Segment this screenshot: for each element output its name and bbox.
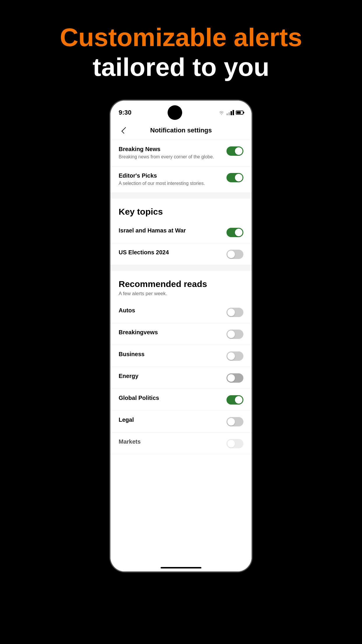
hero-section: Customizable alerts tailored to you xyxy=(48,0,314,100)
markets-label: Markets xyxy=(119,438,222,445)
business-toggle[interactable] xyxy=(226,351,243,361)
editors-picks-desc: A selection of our most interesting stor… xyxy=(119,180,222,187)
markets-toggle[interactable] xyxy=(226,439,243,448)
key-topics-header: Key topics xyxy=(110,199,252,221)
legal-toggle[interactable] xyxy=(226,417,243,426)
business-label: Business xyxy=(119,351,222,358)
settings-content: Breaking News Breaking news from every c… xyxy=(110,140,252,572)
us-elections-toggle[interactable] xyxy=(226,250,243,259)
global-politics-item: Global Politics xyxy=(110,389,252,411)
editors-picks-item: Editor's Picks A selection of our most i… xyxy=(110,167,252,193)
status-bar: 9:30 xyxy=(110,101,252,122)
us-elections-item: US Elections 2024 xyxy=(110,243,252,265)
breakingviews-toggle[interactable] xyxy=(226,330,243,339)
toggle-knob xyxy=(227,440,235,447)
toggle-knob xyxy=(227,251,235,258)
editors-picks-label: Editor's Picks xyxy=(119,172,222,179)
phone-frame: 9:30 xyxy=(110,100,252,572)
recommended-header: Recommended reads A few alerts per week. xyxy=(110,271,252,301)
toggle-knob xyxy=(235,147,242,155)
autos-label: Autos xyxy=(119,307,222,314)
israel-hamas-toggle[interactable] xyxy=(226,228,243,237)
toggle-knob xyxy=(235,174,242,181)
energy-toggle[interactable] xyxy=(226,373,243,383)
wifi-icon xyxy=(218,110,225,115)
israel-hamas-label: Israel and Hamas at War xyxy=(119,227,222,234)
breakingviews-item: Breakingvews xyxy=(110,323,252,345)
israel-hamas-item: Israel and Hamas at War xyxy=(110,221,252,243)
toggle-knob xyxy=(227,374,235,382)
hero-title-white: tailored to you xyxy=(93,52,269,83)
global-politics-toggle[interactable] xyxy=(226,395,243,405)
breaking-news-toggle[interactable] xyxy=(226,146,243,156)
toggle-knob xyxy=(235,229,242,236)
energy-item: Energy xyxy=(110,367,252,389)
section-divider-1 xyxy=(110,193,252,199)
home-indicator xyxy=(161,567,201,568)
back-button[interactable] xyxy=(119,125,129,136)
section-divider-2 xyxy=(110,265,252,271)
autos-item: Autos xyxy=(110,301,252,323)
breaking-news-label: Breaking News xyxy=(119,146,222,153)
global-politics-label: Global Politics xyxy=(119,395,222,401)
signal-icon xyxy=(226,110,234,115)
hero-title-orange: Customizable alerts xyxy=(60,23,302,52)
toggle-knob xyxy=(227,309,235,316)
business-item: Business xyxy=(110,345,252,367)
toggle-knob xyxy=(227,330,235,338)
editors-picks-toggle[interactable] xyxy=(226,173,243,182)
recommended-title: Recommended reads xyxy=(119,279,243,289)
recommended-subtitle: A few alerts per week. xyxy=(119,291,243,297)
breakingviews-label: Breakingvews xyxy=(119,329,222,336)
breaking-news-item: Breaking News Breaking news from every c… xyxy=(110,140,252,166)
nav-bar: Notification settings xyxy=(110,122,252,140)
legal-label: Legal xyxy=(119,416,222,423)
battery-icon xyxy=(236,111,243,115)
legal-item: Legal xyxy=(110,411,252,433)
phone-wrapper: 9:30 xyxy=(0,100,362,644)
energy-label: Energy xyxy=(119,373,222,379)
page-title: Notification settings xyxy=(129,127,233,134)
camera-notch xyxy=(168,105,182,120)
status-time: 9:30 xyxy=(119,109,131,116)
status-icons xyxy=(218,110,243,115)
key-topics-title: Key topics xyxy=(119,207,243,217)
breaking-news-desc: Breaking news from every corner of the g… xyxy=(119,154,222,160)
toggle-knob xyxy=(227,352,235,360)
autos-toggle[interactable] xyxy=(226,308,243,317)
toggle-knob xyxy=(227,418,235,426)
toggle-knob xyxy=(235,396,242,404)
markets-item: Markets xyxy=(110,433,252,454)
us-elections-label: US Elections 2024 xyxy=(119,249,222,256)
back-chevron-icon xyxy=(122,127,128,134)
